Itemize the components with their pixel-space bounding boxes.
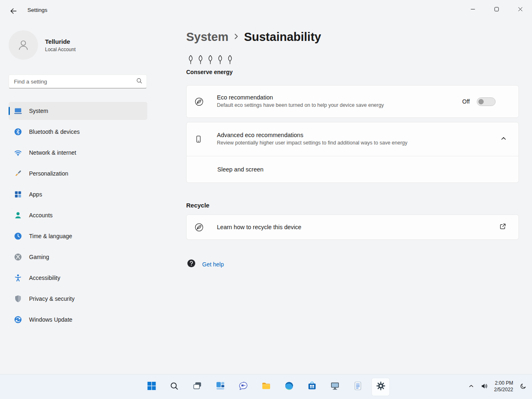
device-icon xyxy=(194,135,208,143)
clock[interactable]: 2:00 PM 2/5/2022 xyxy=(491,380,516,393)
account-type: Local Account xyxy=(45,47,76,52)
conserve-energy-label: Conserve energy xyxy=(186,69,519,75)
maximize-icon xyxy=(494,7,499,13)
leaf-icon xyxy=(226,54,234,66)
back-button[interactable] xyxy=(6,6,20,17)
window-title: Settings xyxy=(27,7,47,13)
eco-leaf-globe-icon xyxy=(194,223,208,232)
advanced-eco-header[interactable]: Advanced eco recommendations Review pote… xyxy=(187,122,518,156)
main-content: System Sustainability Conserve energy Ec… xyxy=(186,20,519,270)
breadcrumb: System Sustainability xyxy=(186,30,519,44)
monitor-app-icon xyxy=(330,381,340,392)
window-controls xyxy=(461,0,532,19)
search-box xyxy=(9,74,147,88)
taskbar-center xyxy=(142,374,390,399)
eco-recommendation-toggle[interactable] xyxy=(477,97,496,106)
sidebar-item-gaming[interactable]: Gaming xyxy=(9,248,147,266)
sleep-and-screen-row[interactable]: Sleep and screen xyxy=(187,156,518,183)
paintbrush-icon xyxy=(14,169,22,178)
taskbar-settings-button[interactable] xyxy=(372,378,390,396)
do-not-disturb-button[interactable] xyxy=(517,379,529,395)
sidebar-item-label: Privacy & security xyxy=(29,295,74,302)
eco-leaf-globe-icon xyxy=(194,97,208,106)
recycle-link-row[interactable]: Learn how to recycle this device xyxy=(187,215,518,239)
sidebar-nav: System Bluetooth & devices Network & int… xyxy=(9,102,147,329)
sidebar-item-label: Accounts xyxy=(29,212,53,219)
leaf-icon xyxy=(206,54,214,66)
system-icon xyxy=(14,107,22,115)
search-icon xyxy=(136,78,142,86)
sidebar-item-label: System xyxy=(29,108,48,114)
sidebar-item-apps[interactable]: Apps xyxy=(9,185,147,203)
chat-bubble-icon xyxy=(238,381,248,392)
folder-icon xyxy=(261,381,271,392)
leaf-icon xyxy=(196,54,205,66)
breadcrumb-system[interactable]: System xyxy=(186,30,228,44)
taskbar: 2:00 PM 2/5/2022 xyxy=(0,374,532,399)
taskbar-store-button[interactable] xyxy=(303,378,321,396)
sidebar-item-time-language[interactable]: Time & language xyxy=(9,227,147,245)
page-title: Sustainability xyxy=(244,30,321,44)
taskbar-search-button[interactable] xyxy=(165,378,184,396)
tray-date: 2/5/2022 xyxy=(494,387,513,393)
titlebar: Settings xyxy=(0,0,532,20)
tray-overflow-button[interactable] xyxy=(465,379,477,395)
sidebar-item-network-internet[interactable]: Network & internet xyxy=(9,144,147,162)
sidebar-item-label: Bluetooth & devices xyxy=(29,128,80,135)
toggle-state-label: Off xyxy=(462,98,470,105)
tray-time: 2:00 PM xyxy=(494,380,513,387)
search-input[interactable] xyxy=(14,79,136,85)
windows-start-icon xyxy=(147,381,156,392)
edge-browser-icon xyxy=(284,381,294,392)
taskbar-task-view-button[interactable] xyxy=(188,378,207,396)
sidebar-item-label: Time & language xyxy=(29,233,72,239)
collapse-button[interactable] xyxy=(497,133,509,145)
shield-icon xyxy=(14,295,22,303)
leaf-icon xyxy=(187,54,195,66)
sidebar-item-label: Apps xyxy=(29,191,42,198)
advanced-eco-card: Advanced eco recommendations Review pote… xyxy=(186,122,519,183)
sidebar-item-privacy-security[interactable]: Privacy & security xyxy=(9,290,147,308)
close-icon xyxy=(518,7,523,13)
toggle-knob xyxy=(478,99,484,104)
accessibility-person-icon xyxy=(14,274,22,282)
close-button[interactable] xyxy=(508,0,532,19)
apps-grid-icon xyxy=(14,190,22,198)
person-icon xyxy=(14,211,22,219)
sidebar-item-system[interactable]: System xyxy=(9,102,147,120)
sidebar-item-accounts[interactable]: Accounts xyxy=(9,206,147,224)
maximize-button[interactable] xyxy=(485,0,508,19)
sidebar-item-bluetooth-devices[interactable]: Bluetooth & devices xyxy=(9,123,147,141)
energy-leaf-rating xyxy=(187,54,519,66)
sidebar-item-label: Network & internet xyxy=(29,149,76,156)
recycle-card: Learn how to recycle this device xyxy=(186,214,519,240)
taskbar-monitor-app-button[interactable] xyxy=(326,378,344,396)
get-help-link[interactable]: Get help xyxy=(202,261,224,268)
user-name: Telluride xyxy=(45,38,76,45)
advanced-eco-title: Advanced eco recommendations xyxy=(217,132,408,138)
get-help-row: Get help xyxy=(187,259,519,270)
taskbar-edge-button[interactable] xyxy=(280,378,298,396)
notepad-icon xyxy=(353,381,363,392)
gear-icon xyxy=(376,381,385,392)
taskbar-notepad-button[interactable] xyxy=(349,378,367,396)
sidebar-item-personalization[interactable]: Personalization xyxy=(9,165,147,183)
sidebar-item-accessibility[interactable]: Accessibility xyxy=(9,269,147,287)
taskbar-chat-button[interactable] xyxy=(234,378,252,396)
recycle-link-label: Learn how to recycle this device xyxy=(217,224,301,230)
sleep-and-screen-label: Sleep and screen xyxy=(217,166,264,173)
minimize-button[interactable] xyxy=(461,0,485,19)
volume-button[interactable] xyxy=(478,379,490,395)
search-icon xyxy=(170,381,179,392)
moon-icon xyxy=(520,383,526,390)
advanced-eco-description: Review potentially higher user impact se… xyxy=(217,140,408,147)
store-bag-icon xyxy=(307,381,317,392)
eco-recommendation-card: Eco recommendation Default eco settings … xyxy=(186,85,519,118)
taskbar-file-explorer-button[interactable] xyxy=(257,378,275,396)
sidebar-item-windows-update[interactable]: Windows Update xyxy=(9,311,147,329)
bluetooth-icon xyxy=(14,128,22,136)
taskbar-widgets-button[interactable] xyxy=(211,378,230,396)
account-button[interactable]: Telluride Local Account xyxy=(9,30,149,60)
taskbar-start-button[interactable] xyxy=(142,378,161,396)
leaf-icon xyxy=(216,54,224,66)
